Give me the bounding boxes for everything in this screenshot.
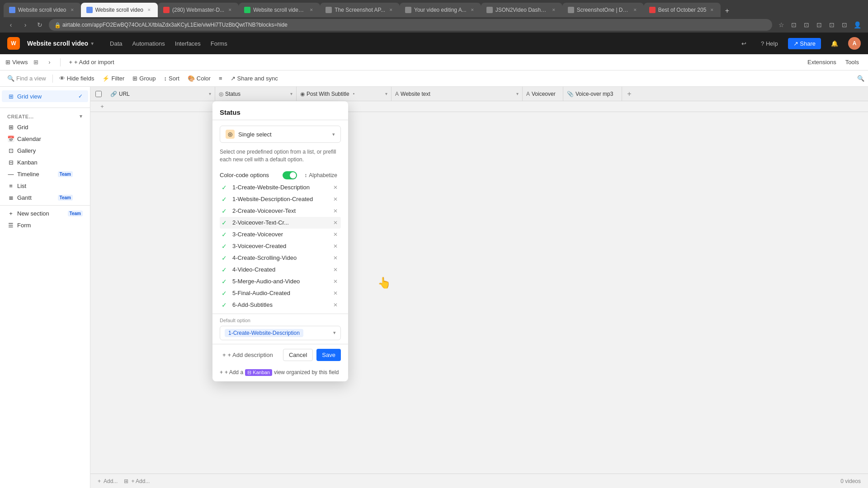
- tab-3[interactable]: (280) Webmaster-D... ✕: [158, 3, 239, 17]
- sidebar-item-list[interactable]: ≡ List +: [2, 180, 88, 192]
- tab-close-6[interactable]: ✕: [469, 7, 476, 13]
- color-button[interactable]: 🎨 Color: [184, 73, 214, 84]
- tab-favicon-8: [568, 7, 574, 13]
- profile-button[interactable]: 👤: [852, 19, 863, 30]
- sidebar-item-calendar[interactable]: 📅 Calendar +: [2, 133, 88, 145]
- option-delete-9[interactable]: ✕: [332, 278, 339, 285]
- tab-close-2[interactable]: ✕: [146, 7, 152, 13]
- option-check-9: ✓: [222, 278, 229, 285]
- overlay-backdrop: [90, 87, 868, 488]
- nav-ext5[interactable]: ⊡: [839, 19, 850, 30]
- sidebar-item-timeline[interactable]: — Timeline Team +: [2, 168, 88, 180]
- option-item-4[interactable]: ✓ 2-Voiceover-Text-Cr... ✕: [220, 217, 341, 229]
- sidebar-item-grid[interactable]: ⊞ Grid +: [2, 121, 88, 133]
- tab-close-3[interactable]: ✕: [227, 7, 233, 13]
- nav-automations[interactable]: Automations: [128, 38, 170, 50]
- option-item-7[interactable]: ✓ 4-Create-Scrolling-Video ✕: [220, 252, 341, 264]
- option-item-8[interactable]: ✓ 4-Video-Created ✕: [220, 264, 341, 276]
- tab-close-7[interactable]: ✕: [551, 7, 557, 13]
- default-value-selector[interactable]: 1-Create-Website-Description ▾: [220, 326, 341, 340]
- bookmark-button[interactable]: ☆: [776, 19, 787, 30]
- history-button[interactable]: ↩: [737, 38, 751, 49]
- option-delete-4[interactable]: ✕: [332, 219, 339, 226]
- hide-fields-button[interactable]: 👁 Hide fields: [56, 73, 98, 84]
- tab-8[interactable]: ScreenshotOne | Da... ✕: [562, 3, 644, 17]
- tab-close-1[interactable]: ✕: [69, 7, 75, 13]
- sidebar-item-form[interactable]: ☰ Form +: [2, 219, 88, 231]
- share-sync-button[interactable]: ↗ Share and sync: [227, 73, 282, 84]
- notifications-button[interactable]: 🔔: [826, 38, 843, 49]
- option-item-10[interactable]: ✓ 5-Final-Audio-Created ✕: [220, 287, 341, 299]
- group-button[interactable]: ⊞ Group: [129, 73, 159, 84]
- tab-5[interactable]: The Screenshot AP... ✕: [320, 3, 400, 17]
- save-button[interactable]: Save: [316, 349, 341, 361]
- option-delete-7[interactable]: ✕: [332, 254, 339, 262]
- option-item-6[interactable]: ✓ 3-Voiceover-Created ✕: [220, 240, 341, 252]
- option-item-3[interactable]: ✓ 2-Create-Voiceover-Text ✕: [220, 205, 341, 217]
- view-option-chevron[interactable]: ›: [43, 56, 56, 69]
- refresh-button[interactable]: ↻: [34, 19, 45, 30]
- option-item-9[interactable]: ✓ 5-Merge-Audio-and-Video ✕: [220, 276, 341, 287]
- back-button[interactable]: ‹: [5, 19, 16, 30]
- tab-close-5[interactable]: ✕: [388, 7, 394, 13]
- tab-7[interactable]: JSON2Video Dashb... ✕: [481, 3, 562, 17]
- field-type-selector[interactable]: ◎ Single select ▾: [220, 126, 341, 143]
- tab-close-9[interactable]: ✕: [709, 7, 715, 13]
- tab-close-8[interactable]: ✕: [632, 7, 638, 13]
- share-button[interactable]: ↗ Share: [788, 38, 821, 49]
- sort-button[interactable]: ↕ Sort: [160, 73, 183, 84]
- tab-4[interactable]: Website scroll video... ✕: [239, 3, 320, 17]
- help-button[interactable]: ? Help: [756, 38, 783, 49]
- search-button-right[interactable]: 🔍: [857, 75, 864, 82]
- tab-label-5: The Screenshot AP...: [335, 7, 385, 13]
- field-type-label: Single select: [238, 131, 272, 138]
- extensions-button[interactable]: Extensions: [804, 57, 840, 67]
- new-tab-button[interactable]: +: [721, 5, 733, 17]
- view-option-grid[interactable]: ⊞: [29, 56, 42, 69]
- filter-button[interactable]: ⚡ Filter: [99, 73, 128, 84]
- alphabetize-button[interactable]: ↕ Alphabetize: [301, 171, 341, 180]
- tab-2[interactable]: Website scroll video ✕: [81, 3, 158, 17]
- color-code-toggle[interactable]: [283, 171, 297, 179]
- row-height-button[interactable]: ≡: [215, 73, 226, 84]
- option-delete-10[interactable]: ✕: [332, 290, 339, 297]
- option-item-1[interactable]: ✓ 1-Create-Website-Description ✕: [220, 182, 341, 193]
- option-delete-3[interactable]: ✕: [332, 207, 339, 215]
- nav-ext2[interactable]: ⊡: [801, 19, 812, 30]
- share-sync-label: Share and sync: [237, 75, 278, 82]
- option-item-2[interactable]: ✓ 1-Website-Description-Created ✕: [220, 193, 341, 205]
- option-item-5[interactable]: ✓ 3-Create-Voiceover ✕: [220, 229, 341, 240]
- sidebar-item-new-section[interactable]: + New section Team: [2, 207, 88, 219]
- option-item-11[interactable]: ✓ 6-Add-Subtitles ✕: [220, 299, 341, 308]
- nav-forms[interactable]: Forms: [206, 38, 232, 50]
- tab-9[interactable]: Best of October 205 ✕: [644, 3, 721, 17]
- nav-ext4[interactable]: ⊡: [826, 19, 837, 30]
- avatar[interactable]: A: [848, 37, 861, 50]
- modal-title: Status: [220, 108, 341, 116]
- sidebar-item-gantt[interactable]: ≣ Gantt Team +: [2, 192, 88, 203]
- option-delete-5[interactable]: ✕: [332, 231, 339, 238]
- sidebar-item-kanban[interactable]: ⊟ Kanban +: [2, 156, 88, 168]
- option-delete-8[interactable]: ✕: [332, 266, 339, 273]
- sidebar-item-grid-view[interactable]: ⊞ Grid view ✓: [2, 90, 88, 102]
- search-views[interactable]: 🔍 Find a view: [4, 73, 50, 84]
- tab-6[interactable]: Your video editing A... ✕: [400, 3, 481, 17]
- option-delete-6[interactable]: ✕: [332, 243, 339, 250]
- address-bar[interactable]: 🔒 airtable.com/appFO2EwBQ74OcALX/tblaZdx…: [49, 19, 772, 31]
- tools-button[interactable]: Tools: [842, 57, 863, 67]
- tab-1[interactable]: Website scroll video ✕: [4, 3, 81, 17]
- option-delete-2[interactable]: ✕: [332, 196, 339, 203]
- option-delete-11[interactable]: ✕: [332, 301, 339, 308]
- nav-data[interactable]: Data: [105, 38, 127, 50]
- option-delete-1[interactable]: ✕: [332, 184, 339, 191]
- nav-ext3[interactable]: ⊡: [814, 19, 825, 30]
- nav-interfaces[interactable]: Interfaces: [170, 38, 205, 50]
- forward-button[interactable]: ›: [20, 19, 31, 30]
- kanban-link-row[interactable]: + + Add a ⊟ Kanban view organized by thi…: [212, 366, 348, 381]
- tab-close-4[interactable]: ✕: [308, 7, 315, 13]
- sidebar-item-gallery[interactable]: ⊡ Gallery +: [2, 145, 88, 156]
- add-description-button[interactable]: + + Add description: [220, 350, 276, 360]
- cancel-button[interactable]: Cancel: [283, 349, 313, 361]
- add-or-import-button[interactable]: + + Add or import: [65, 57, 118, 67]
- nav-ext1[interactable]: ⊡: [788, 19, 799, 30]
